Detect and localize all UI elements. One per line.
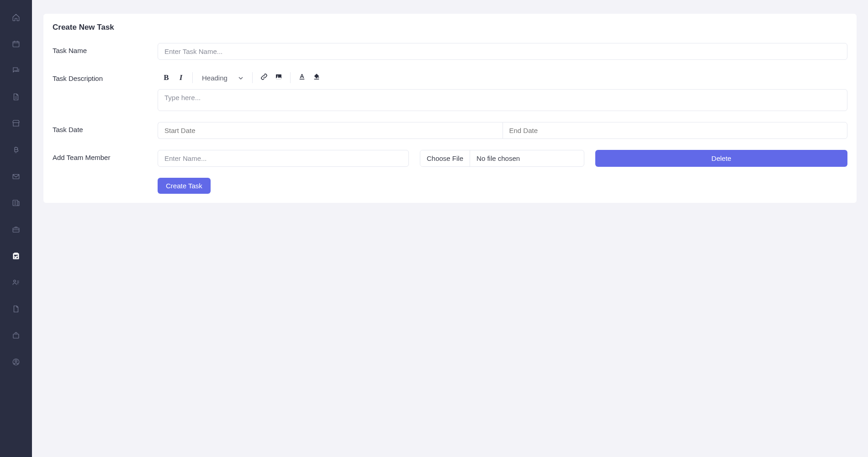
team-member-input[interactable]: [158, 150, 409, 167]
shop-icon: [12, 119, 20, 129]
text-color-icon: [298, 73, 306, 83]
person-list-icon: [12, 278, 20, 288]
text-color-button[interactable]: [295, 71, 309, 85]
team-member-row: Add Team Member Choose File No file chos…: [53, 150, 847, 167]
sidebar-item-file[interactable]: [11, 93, 21, 102]
heading-dropdown[interactable]: Heading: [197, 74, 248, 82]
editor-placeholder: Type here...: [164, 94, 201, 101]
description-editor[interactable]: Type here...: [158, 89, 847, 111]
sidebar: [0, 0, 32, 457]
svg-rect-1: [13, 175, 19, 179]
svg-point-9: [277, 75, 278, 76]
sidebar-item-briefcase[interactable]: [11, 226, 21, 235]
fill-color-icon: [312, 73, 321, 83]
document-icon: [12, 305, 20, 315]
file-input-group: Choose File No file chosen: [420, 150, 584, 167]
toolbar-separator: [192, 72, 193, 83]
svg-rect-5: [13, 334, 19, 338]
profile-icon: [12, 358, 20, 368]
svg-point-7: [15, 360, 17, 362]
bag-icon: [12, 331, 20, 341]
sidebar-item-bag[interactable]: [11, 332, 21, 341]
clipboard-check-icon: [12, 252, 20, 262]
heading-label: Heading: [202, 74, 228, 82]
sidebar-item-document[interactable]: [11, 305, 21, 314]
fill-color-button[interactable]: [310, 71, 323, 85]
task-name-label: Task Name: [53, 43, 158, 54]
create-task-button[interactable]: Create Task: [158, 178, 211, 194]
svg-point-4: [14, 280, 16, 282]
submit-row: Create Task: [53, 178, 847, 194]
start-date-input[interactable]: [158, 122, 503, 139]
file-status-text: No file chosen: [470, 150, 584, 166]
sidebar-item-shop[interactable]: [11, 120, 21, 129]
end-date-input[interactable]: [503, 122, 848, 139]
home-icon: [12, 13, 20, 23]
file-icon: [12, 93, 20, 103]
link-button[interactable]: [257, 71, 271, 85]
news-icon: [12, 199, 20, 209]
sidebar-item-person-list[interactable]: [11, 279, 21, 288]
page-title: Create New Task: [53, 23, 847, 32]
task-name-row: Task Name: [53, 43, 847, 60]
bitcoin-icon: [12, 146, 20, 156]
task-description-label: Task Description: [53, 71, 158, 82]
chevron-down-icon: [238, 74, 243, 82]
svg-rect-3: [13, 228, 19, 232]
link-icon: [260, 73, 268, 83]
chat-icon: [12, 66, 20, 76]
briefcase-icon: [12, 225, 20, 235]
italic-button[interactable]: I: [174, 71, 188, 85]
task-name-input[interactable]: [158, 43, 847, 60]
task-date-row: Task Date: [53, 122, 847, 139]
sidebar-item-home[interactable]: [11, 14, 21, 23]
sidebar-item-bitcoin[interactable]: [11, 146, 21, 155]
sidebar-item-clipboard[interactable]: [11, 252, 21, 261]
image-button[interactable]: [272, 71, 286, 85]
svg-rect-10: [300, 79, 305, 80]
create-task-card: Create New Task Task Name Task Descripti…: [43, 14, 857, 203]
sidebar-item-profile[interactable]: [11, 358, 21, 367]
editor-toolbar: B I Heading: [158, 71, 847, 85]
task-description-row: Task Description B I Heading: [53, 71, 847, 111]
mail-icon: [12, 172, 20, 182]
calendar-icon: [12, 40, 20, 50]
sidebar-item-mail[interactable]: [11, 173, 21, 182]
choose-file-button[interactable]: Choose File: [420, 150, 470, 166]
bold-button[interactable]: B: [159, 71, 173, 85]
sidebar-item-chat[interactable]: [11, 67, 21, 76]
delete-button[interactable]: Delete: [595, 150, 847, 167]
toolbar-separator: [290, 72, 291, 83]
svg-rect-11: [314, 79, 319, 80]
team-member-label: Add Team Member: [53, 150, 158, 161]
main-content: Create New Task Task Name Task Descripti…: [32, 0, 868, 457]
toolbar-separator: [252, 72, 253, 83]
svg-rect-0: [13, 42, 19, 47]
sidebar-item-calendar[interactable]: [11, 40, 21, 49]
task-date-label: Task Date: [53, 122, 158, 133]
sidebar-item-news[interactable]: [11, 199, 21, 208]
image-icon: [275, 73, 283, 83]
